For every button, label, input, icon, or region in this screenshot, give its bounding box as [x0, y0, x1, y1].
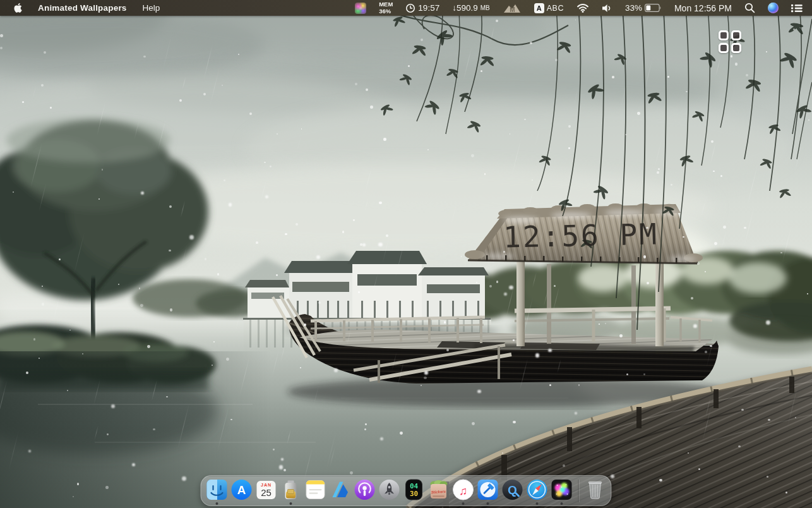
- download-value: ↓590.9: [452, 3, 478, 13]
- menubar-help-menu[interactable]: Help: [143, 3, 160, 13]
- dock-item-clock-widget-app[interactable]: 04 30: [403, 479, 426, 504]
- dock-item-affinity-designer[interactable]: [329, 479, 352, 504]
- dock-item-notes[interactable]: [304, 479, 327, 504]
- battery-icon: [645, 4, 662, 12]
- dock-item-quicktime[interactable]: Q: [501, 479, 524, 504]
- uptime-status-item[interactable]: 19:57: [405, 3, 439, 13]
- grid-square: [719, 43, 729, 53]
- dock-item-stickers[interactable]: Stickers: [427, 479, 450, 504]
- siri-icon[interactable]: [768, 3, 779, 13]
- battery-percent: 33%: [625, 3, 642, 13]
- wallpaper-roof-clock: 12:56 PM: [491, 217, 671, 255]
- search-icon: [744, 3, 755, 13]
- mem-value: 36%: [379, 8, 391, 15]
- svg-text:JAN: JAN: [261, 483, 272, 487]
- clock-icon: [405, 3, 415, 13]
- apple-logo-icon: [13, 3, 22, 13]
- input-source-item[interactable]: A ABC: [534, 3, 564, 13]
- dock-item-safari[interactable]: [526, 479, 549, 504]
- wifi-menu-item[interactable]: [576, 3, 589, 13]
- volume-menu-item[interactable]: [602, 4, 612, 13]
- mountain-m-icon: M: [503, 3, 522, 13]
- dock-item-app-store[interactable]: A: [230, 479, 253, 504]
- dock-item-animated-wallpapers[interactable]: [551, 479, 573, 504]
- wallpaper-scene: [0, 0, 812, 508]
- desktop: 12:56 PM Animated Wallpapers Help MEM 36…: [0, 0, 812, 508]
- mountain-app-menu-item[interactable]: M: [503, 3, 522, 13]
- grid-square: [719, 30, 729, 40]
- svg-text:30: 30: [410, 490, 418, 498]
- dock: A JAN 25: [201, 475, 612, 506]
- download-unit: MB: [481, 4, 490, 11]
- uptime-value: 19:57: [418, 3, 439, 13]
- menubar-clock[interactable]: Mon 12:56 PM: [674, 3, 732, 13]
- dock-item-calendar[interactable]: JAN 25: [255, 479, 278, 504]
- input-source-name: ABC: [547, 4, 564, 13]
- mem-label: MEM: [379, 1, 393, 8]
- dock-item-podcasts[interactable]: [354, 479, 376, 504]
- grid-square: [731, 30, 741, 40]
- menubar: Animated Wallpapers Help MEM 36% 19:57 ↓…: [0, 0, 812, 16]
- grid-square: [731, 43, 741, 53]
- spotlight-menu-item[interactable]: [744, 3, 755, 13]
- dock-item-xcode[interactable]: [477, 479, 499, 504]
- list-icon: [791, 4, 803, 13]
- menubar-app-name[interactable]: Animated Wallpapers: [38, 3, 127, 13]
- wifi-icon: [576, 3, 589, 13]
- svg-text:A: A: [237, 483, 246, 497]
- network-download-item[interactable]: ↓590.9MB: [452, 3, 490, 13]
- svg-text:25: 25: [261, 487, 272, 498]
- dock-divider: [578, 480, 579, 502]
- dock-item-music[interactable]: ♫: [452, 479, 475, 504]
- desktop-grid-widget-button[interactable]: [719, 30, 741, 53]
- svg-text:Q: Q: [508, 483, 517, 497]
- input-source-icon: A: [534, 3, 544, 13]
- svg-text:M: M: [510, 6, 515, 13]
- animated-wallpapers-menu-icon[interactable]: [355, 3, 366, 14]
- speaker-icon: [602, 4, 612, 13]
- dock-item-launchpad[interactable]: [378, 479, 401, 504]
- dock-item-battery-app[interactable]: [280, 479, 302, 504]
- svg-text:♫: ♫: [459, 485, 468, 497]
- memory-status-item[interactable]: MEM 36%: [379, 1, 393, 15]
- battery-menu-item[interactable]: 33%: [625, 3, 662, 13]
- dock-item-trash[interactable]: [584, 479, 607, 504]
- apple-menu[interactable]: [13, 3, 22, 13]
- notification-center-item[interactable]: [791, 4, 803, 13]
- dock-item-finder[interactable]: [206, 479, 229, 504]
